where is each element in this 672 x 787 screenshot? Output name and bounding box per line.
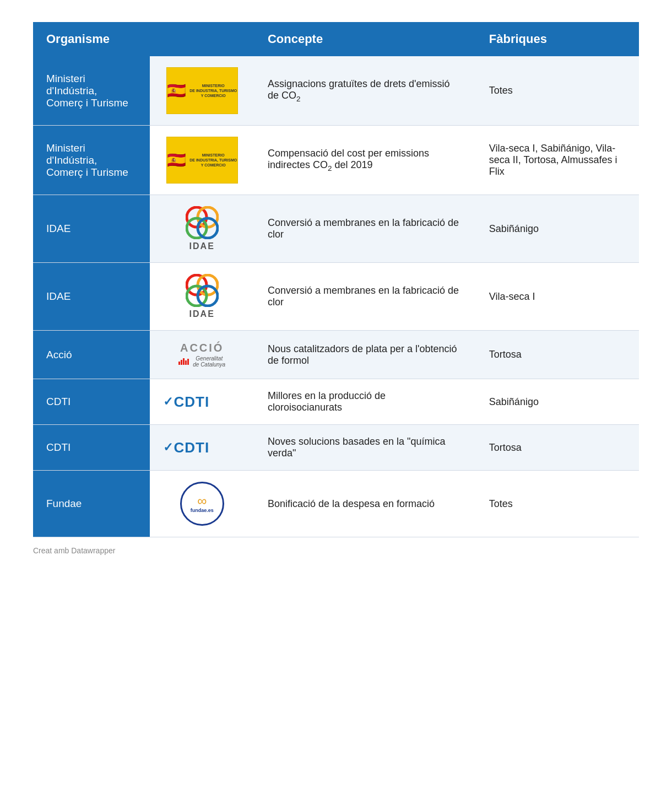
concepte-cell: Bonificació de la despesa en formació [254, 471, 476, 537]
organisme-cell: CDTI [33, 379, 150, 425]
generalitat-text: Generalitatde Catalunya [193, 355, 225, 368]
logo-cell: IDAE [150, 195, 254, 263]
idae-label-text: IDAE [189, 241, 215, 251]
idae-icon [186, 274, 219, 307]
idae-label-text: IDAE [189, 309, 215, 319]
accio-sub: Generalitatde Catalunya [178, 355, 225, 368]
organisme-cell: IDAE [33, 263, 150, 331]
fabriques-cell: Vila-seca I, Sabiñánigo, Vila-seca II, T… [476, 126, 639, 195]
logo-cell: 🇪🇸 MINISTERIODE INDUSTRIA, TURISMOY COME… [150, 126, 254, 195]
main-table: Organisme Concepte Fàbriques Ministeri d… [33, 22, 639, 537]
concepte-cell: Conversió a membranes en la fabricació d… [254, 263, 476, 331]
concepte-cell: Compensació del cost per emissions indir… [254, 126, 476, 195]
fabriques-cell: Totes [476, 471, 639, 537]
ministerio-logo: 🇪🇸 MINISTERIODE INDUSTRIA, TURISMOY COME… [166, 137, 238, 184]
organisme-cell: Fundae [33, 471, 150, 537]
table-row: CDTI ✓ CDTI Millores en la producció de … [33, 379, 639, 425]
table-row: IDAE IDAE Conversió a membranes en la fa… [33, 195, 639, 263]
logo-cell: ACCIÓ Generalitatde Catalunya [150, 331, 254, 379]
concepte-cell: Assignacions gratuïtes de drets d'emissi… [254, 56, 476, 126]
table-row: Ministeri d'Indústria, Comerç i Turisme … [33, 56, 639, 126]
generalitat-bars [178, 358, 189, 365]
idae-logo: IDAE [163, 206, 241, 251]
organisme-cell: IDAE [33, 195, 150, 263]
concepte-cell: Millores en la producció de cloroisocian… [254, 379, 476, 425]
fundae-label: fundae.es [191, 508, 214, 513]
fabriques-cell: Sabiñánigo [476, 379, 639, 425]
bar2 [181, 360, 182, 365]
header-fabriques: Fàbriques [476, 22, 639, 56]
concepte-cell: Nous catalitzadors de plata per a l'obte… [254, 331, 476, 379]
bar4 [185, 360, 187, 365]
accio-logo: ACCIÓ Generalitatde Catalunya [163, 342, 241, 368]
idae-logo: IDAE [163, 274, 241, 319]
table-row: Fundae ∞ fundae.es Bonificació de la des… [33, 471, 639, 537]
table-row: CDTI ✓ CDTI Noves solucions basades en l… [33, 425, 639, 471]
logo-cell: ✓ CDTI [150, 425, 254, 471]
footer-credit: Creat amb Datawrapper [33, 546, 639, 555]
bar3 [183, 358, 185, 365]
table-container: Organisme Concepte Fàbriques Ministeri d… [33, 22, 639, 537]
logo-cell: ✓ CDTI [150, 379, 254, 425]
idae-icon [186, 206, 219, 239]
header-organisme: Organisme [33, 22, 150, 56]
cdti-logo: ✓ CDTI [163, 394, 241, 411]
organisme-cell: Acció [33, 331, 150, 379]
concepte-cell: Noves solucions basades en la "química v… [254, 425, 476, 471]
shield-icon: 🇪🇸 [167, 82, 186, 100]
fabriques-cell: Totes [476, 56, 639, 126]
ministerio-text: MINISTERIODE INDUSTRIA, TURISMOY COMERCI… [189, 83, 237, 98]
ministerio-logo: 🇪🇸 MINISTERIODE INDUSTRIA, TURISMOY COME… [166, 67, 238, 114]
cdti-check-icon: ✓ [163, 440, 173, 455]
ministerio-text: MINISTERIODE INDUSTRIA, TURISMOY COMERCI… [189, 153, 237, 168]
fabriques-cell: Sabiñánigo [476, 195, 639, 263]
organisme-cell: Ministeri d'Indústria, Comerç i Turisme [33, 56, 150, 126]
fabriques-cell: Tortosa [476, 425, 639, 471]
logo-cell: IDAE [150, 263, 254, 331]
header-logo [150, 22, 254, 56]
table-row: Acció ACCIÓ Generalitatde Catalunya No [33, 331, 639, 379]
fabriques-cell: Vila-seca I [476, 263, 639, 331]
cdti-text: CDTI [174, 439, 210, 456]
bar1 [178, 362, 180, 365]
organisme-cell: CDTI [33, 425, 150, 471]
logo-cell: 🇪🇸 MINISTERIODE INDUSTRIA, TURISMOY COME… [150, 56, 254, 126]
bar5 [187, 359, 189, 365]
cdti-check-icon: ✓ [163, 395, 173, 409]
shield-icon: 🇪🇸 [167, 151, 186, 169]
header-concepte: Concepte [254, 22, 476, 56]
organisme-cell: Ministeri d'Indústria, Comerç i Turisme [33, 126, 150, 195]
table-row: Ministeri d'Indústria, Comerç i Turisme … [33, 126, 639, 195]
fundae-symbol: ∞ [197, 494, 207, 508]
cdti-logo: ✓ CDTI [163, 439, 241, 456]
accio-text: ACCIÓ [180, 342, 224, 354]
cdti-text: CDTI [174, 394, 210, 411]
fabriques-cell: Tortosa [476, 331, 639, 379]
table-row: IDAE IDAE Conversió a membranes en la fa… [33, 263, 639, 331]
concepte-cell: Conversió a membranes en la fabricació d… [254, 195, 476, 263]
fundae-logo: ∞ fundae.es [180, 482, 224, 526]
logo-cell: ∞ fundae.es [150, 471, 254, 537]
